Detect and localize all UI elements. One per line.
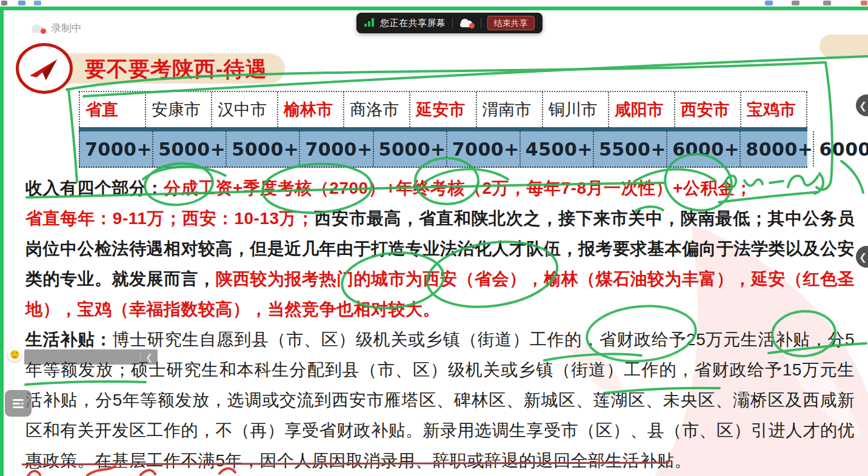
table-header-cell: 商洛市 [343, 92, 409, 127]
screen-share-view: { "meeting": { "recording_label": "录制中",… [0, 0, 868, 476]
slide-nav-handle[interactable]: ❮ [856, 94, 868, 116]
paper-plane-icon [16, 43, 73, 94]
table-value-cell: 5500+ [593, 131, 666, 167]
salary-table-header-row: 省直安康市汉中市榆林市商洛市延安市渭南市铜川市咸阳市西安市宝鸡市 [79, 91, 807, 127]
table-header-cell: 省直 [79, 92, 145, 127]
table-divider-bar [79, 127, 807, 131]
chevron-left-icon[interactable]: ❮ [145, 352, 153, 362]
text-segment: 省直每年：9-11万；西安：10-13万； [25, 209, 314, 228]
table-value-cell: 8000+ [739, 131, 813, 167]
table-header-cell: 榆林市 [277, 92, 343, 127]
table-value-cell: 6000+ [813, 131, 868, 167]
end-share-button[interactable]: 结束共享 [487, 16, 535, 30]
divider [140, 352, 141, 362]
annotation-tools-button[interactable] [5, 390, 32, 417]
slide-paragraphs: 收入有四个部分：分成工资+季度考核（2700）+年终考核（2万，每年7-8月一次… [25, 173, 855, 476]
recording-indicator: 录制中 [30, 21, 82, 35]
floating-toolbar[interactable]: ❮ [24, 349, 158, 365]
browser-icon[interactable] [765, 1, 773, 5]
table-value-cell: 7000+ [446, 131, 519, 167]
salary-table-value-row: 7000+5000+5000+7000+5000+7000+4500+5500+… [79, 131, 807, 168]
divider [481, 18, 481, 28]
browser-icon[interactable] [1, 1, 7, 5]
browser-icon[interactable] [823, 1, 831, 5]
table-value-cell: 4500+ [519, 131, 593, 167]
table-value-cell: 7000+ [79, 131, 152, 167]
cloud-record-icon[interactable] [459, 18, 475, 28]
browser-icon[interactable] [18, 1, 25, 5]
browser-icon[interactable] [861, 1, 867, 5]
recording-label: 录制中 [51, 21, 82, 35]
browser-icon[interactable] [792, 1, 800, 5]
browser-top-strip [0, 0, 868, 7]
text-segment: 分成工资+季度考核（2700）+年终考核（2万，每年7-8月一次性）+公积金； [164, 179, 752, 197]
text-segment: 生活补贴： [25, 330, 112, 349]
table-value-cell: 5000+ [152, 131, 225, 167]
table-value-cell: 7000+ [299, 131, 372, 167]
table-value-cell: 6000+ [666, 131, 739, 167]
share-status-text: 您正在共享屏幕 [380, 18, 446, 29]
table-header-cell: 咸阳市 [608, 92, 674, 127]
table-header-cell: 渭南市 [476, 92, 542, 127]
cloud-record-icon [30, 23, 46, 34]
browser-icon[interactable] [34, 1, 41, 5]
list-icon [11, 396, 25, 411]
decorative-corner-shape [820, 35, 868, 58]
signal-bars-icon [364, 18, 374, 28]
table-header-cell: 延安市 [409, 92, 475, 127]
table-header-cell: 安康市 [145, 92, 211, 127]
text-segment: 收入有四个部分： [25, 179, 164, 197]
slide-nav-handle[interactable]: ❮ [856, 246, 868, 268]
table-header-cell: 宝鸡市 [740, 92, 807, 127]
share-border-top [0, 6, 868, 10]
slide-title: 要不要考陕西-待遇 [85, 55, 267, 84]
emoji-reaction-button[interactable] [7, 347, 22, 362]
table-header-cell: 西安市 [674, 92, 740, 127]
share-control-bar: 您正在共享屏幕 结束共享 [356, 13, 542, 33]
paragraph: 收入有四个部分：分成工资+季度考核（2700）+年终考核（2万，每年7-8月一次… [25, 173, 855, 203]
table-header-cell: 汉中市 [211, 92, 277, 127]
divider [452, 18, 453, 28]
salary-table: 省直安康市汉中市榆林市商洛市延安市渭南市铜川市咸阳市西安市宝鸡市 7000+50… [79, 91, 807, 168]
table-value-cell: 5000+ [373, 131, 446, 167]
share-border-left [0, 6, 4, 476]
paragraph: 省直每年：9-11万；西安：10-13万；西安市最高，省直和陕北次之，接下来市关… [25, 203, 855, 325]
table-value-cell: 5000+ [225, 131, 299, 167]
smiley-icon [10, 350, 19, 359]
table-header-cell: 铜川市 [542, 92, 608, 127]
paragraph: 生活补贴：博士研究生自愿到县（市、区）级机关或乡镇（街道）工作的，省财政给予25… [25, 325, 855, 476]
